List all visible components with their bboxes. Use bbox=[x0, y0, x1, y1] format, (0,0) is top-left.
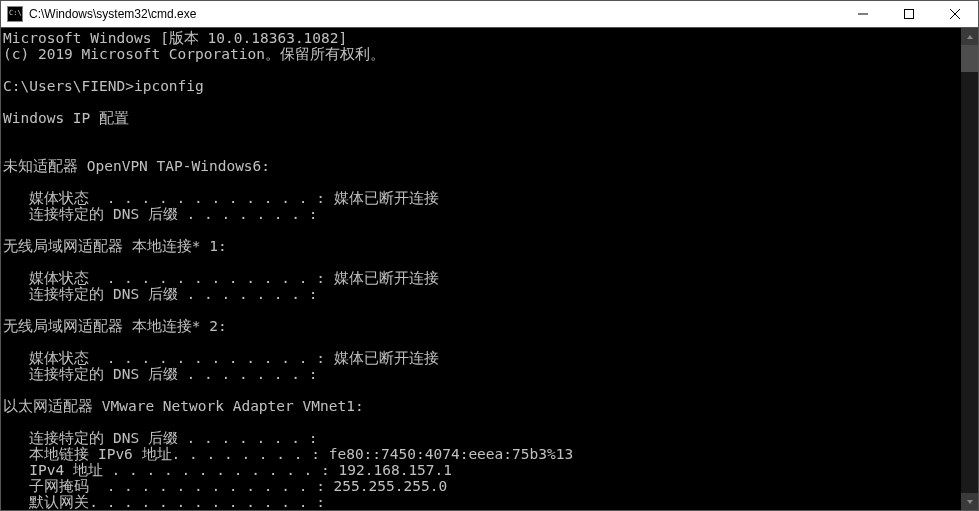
minimize-button[interactable] bbox=[840, 1, 886, 27]
window-title: C:\Windows\system32\cmd.exe bbox=[29, 7, 840, 21]
svg-rect-1 bbox=[905, 10, 914, 19]
scroll-up-button[interactable] bbox=[961, 28, 978, 45]
scroll-down-button[interactable] bbox=[961, 493, 978, 510]
chevron-up-icon bbox=[966, 33, 974, 41]
client-area: Microsoft Windows [版本 10.0.18363.1082] (… bbox=[1, 28, 978, 510]
terminal-output[interactable]: Microsoft Windows [版本 10.0.18363.1082] (… bbox=[1, 28, 961, 510]
close-icon bbox=[950, 9, 960, 19]
vertical-scrollbar[interactable] bbox=[961, 28, 978, 510]
maximize-button[interactable] bbox=[886, 1, 932, 27]
svg-rect-0 bbox=[858, 14, 868, 15]
close-button[interactable] bbox=[932, 1, 978, 27]
scrollbar-track[interactable] bbox=[961, 45, 978, 493]
maximize-icon bbox=[904, 9, 914, 19]
titlebar[interactable]: C:\Windows\system32\cmd.exe bbox=[1, 1, 978, 28]
app-icon bbox=[7, 6, 23, 22]
window-controls bbox=[840, 1, 978, 27]
scrollbar-thumb[interactable] bbox=[961, 45, 978, 72]
cmd-window: C:\Windows\system32\cmd.exe Microsoft Wi… bbox=[0, 0, 979, 511]
minimize-icon bbox=[858, 9, 868, 19]
chevron-down-icon bbox=[966, 498, 974, 506]
